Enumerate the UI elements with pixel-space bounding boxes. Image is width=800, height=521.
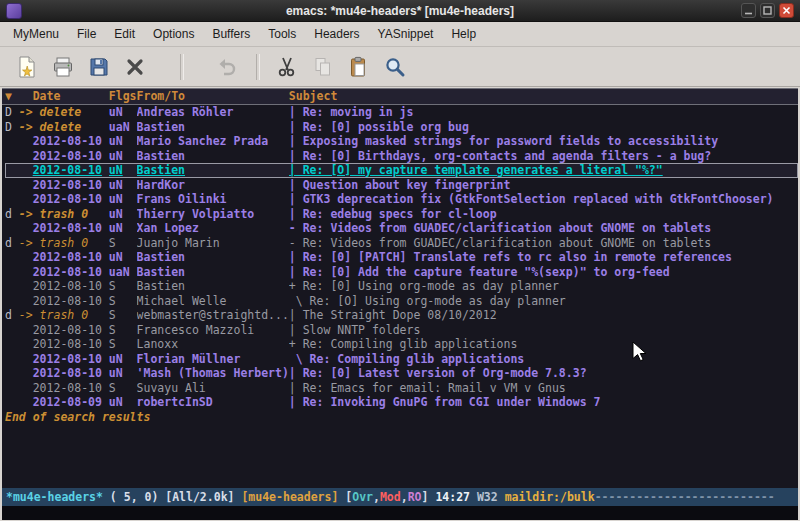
modeline-segment: 14:27 [435,490,477,504]
cell-mark [5,134,19,149]
menu-help[interactable]: Help [442,22,485,46]
save-button[interactable] [82,51,116,83]
menu-buffers[interactable]: Buffers [203,22,259,46]
cell-from: Frans Oilinki [137,192,289,207]
undo-icon [215,55,239,79]
cell-flags: S [109,323,137,338]
message-row[interactable]: 2012-08-10SSuvayu Ali| Re: Emacs for ema… [5,381,798,396]
message-row[interactable]: 2012-08-09uNrobertcInSD| Re: Invoking Gn… [5,395,798,410]
column-header-from[interactable]: From/To [137,89,289,104]
cell-subject: | Re: [0] Latest version of Org-mode 7.8… [289,366,798,381]
close-button[interactable] [779,3,794,18]
cell-date: -> trash 0 [19,308,109,323]
close-buffer-icon [123,55,147,79]
copy-icon [311,55,335,79]
cell-mark [5,178,19,193]
cell-subject: | Re: edebug specs for cl-loop [289,207,798,222]
cell-mark [5,395,19,410]
menu-edit[interactable]: Edit [105,22,144,46]
message-row[interactable]: 2012-08-10uNBastien| Re: [0] [PATCH] Tra… [5,250,798,265]
message-row[interactable]: 2012-08-10uNXan Lopez- Re: Videos from G… [5,221,798,236]
menu-headers[interactable]: Headers [305,22,368,46]
cell-date: 2012-08-10 [19,366,109,381]
print-button[interactable] [46,51,80,83]
menu-mymenu[interactable]: MyMenu [4,22,68,46]
cell-from: Lanoxx [137,337,289,352]
cell-flags: uN [109,366,137,381]
message-row[interactable]: d-> trash 0Swebmaster@straightd...| The … [5,308,798,323]
column-header-subject[interactable]: Subject [289,89,798,104]
maximize-icon [763,6,772,15]
message-row[interactable]: 2012-08-10SLanoxx+ Re: Compiling glib ap… [5,337,798,352]
copy-button[interactable] [306,51,340,83]
message-row[interactable]: 2012-08-10uaNBastien| Re: [0] Add the ca… [5,265,798,280]
menu-options[interactable]: Options [144,22,203,46]
message-row[interactable]: 2012-08-10SFrancesco Mazzoli| Slow NNTP … [5,323,798,338]
cell-mark [5,192,19,207]
new-file-icon [15,55,39,79]
window-title: emacs: *mu4e-headers* [mu4e-headers] [0,4,800,18]
print-icon [51,55,75,79]
cut-button[interactable] [270,51,304,83]
message-row[interactable]: 2012-08-10uNHardKor| Question about key … [5,178,798,193]
emacs-window: emacs: *mu4e-headers* [mu4e-headers] MyM… [0,0,800,521]
menu-yasnippet[interactable]: YASnippet [369,22,443,46]
headers-column-header: ▼ Date Flgs From/To Subject [2,88,798,105]
cell-date: 2012-08-10 [19,323,109,338]
message-row[interactable]: 2012-08-10SBastien+ Re: [0] Using org-mo… [5,279,798,294]
column-header-date[interactable]: Date [19,89,109,104]
search-icon [383,55,407,79]
message-row[interactable]: 2012-08-10uNFrans Oilinki| GTK3 deprecat… [5,192,798,207]
cell-subject: - Re: Videos from GUADEC/clarification a… [289,221,798,236]
message-row[interactable]: d-> trash 0uNThierry Volpiatto| Re: edeb… [5,207,798,222]
cell-flags: uN [109,192,137,207]
message-row[interactable]: D-> deleteuaNBastien| Re: [0] possible o… [5,120,798,135]
cell-subject: | The Straight Dope 08/10/2012 [289,308,798,323]
cell-from: Mario Sanchez Prada [137,134,289,149]
cell-mark [5,352,19,367]
message-row[interactable]: 2012-08-10uN'Mash (Thomas Herbert)| Re: … [5,366,798,381]
cell-from: robertcInSD [137,395,289,410]
cell-date: 2012-08-10 [19,178,109,193]
message-row[interactable]: 2012-08-10uNBastien| Re: [0] Birthdays, … [5,149,798,164]
message-row[interactable]: 2012-08-10SMichael Welle \ Re: [O] Using… [5,294,798,309]
cell-flags: uN [109,207,137,222]
cell-from: Bastien [137,265,289,280]
cell-date: 2012-08-10 [19,149,109,164]
close-buffer-button[interactable] [118,51,152,83]
undo-button[interactable] [210,51,244,83]
cell-mark: D [5,120,19,135]
cell-flags: uN [109,221,137,236]
modeline-segment: [All/2.0k] [165,490,241,504]
message-row[interactable]: d-> trash 0SJuanjo Marin- Re: Videos fro… [5,236,798,251]
message-row[interactable]: D-> deleteuNAndreas Röhler| Re: moving i… [5,105,798,120]
menu-file[interactable]: File [68,22,105,46]
search-button[interactable] [378,51,412,83]
column-header-flags[interactable]: Flgs [109,89,137,104]
cell-date: 2012-08-10 [19,265,109,280]
cell-mark [5,250,19,265]
cell-date: 2012-08-10 [19,221,109,236]
new-file-button[interactable] [10,51,44,83]
cell-flags: uaN [109,265,137,280]
cell-mark [5,337,19,352]
toolbar [0,47,800,87]
message-row[interactable]: 2012-08-10uNMario Sanchez Prada| Exposin… [5,134,798,149]
cell-from: Thierry Volpiatto [137,207,289,222]
cell-flags: uN [109,395,137,410]
cell-from: webmaster@straightd... [137,308,289,323]
menu-tools[interactable]: Tools [259,22,305,46]
cell-date: -> delete [19,105,109,120]
titlebar: emacs: *mu4e-headers* [mu4e-headers] [0,0,800,22]
cell-date: 2012-08-10 [19,134,109,149]
minimize-button[interactable] [741,3,756,18]
cell-from: Bastien [137,250,289,265]
sort-direction-indicator[interactable]: ▼ [5,89,19,104]
message-row[interactable]: 2012-08-10uNBastien| Re: [O] my capture … [5,163,798,178]
echo-area[interactable] [2,506,798,520]
paste-button[interactable] [342,51,376,83]
message-row[interactable]: 2012-08-10uNFlorian Müllner \ Re: Compil… [5,352,798,367]
maximize-button[interactable] [760,3,775,18]
cell-date: 2012-08-10 [19,337,109,352]
cell-flags: S [109,308,137,323]
